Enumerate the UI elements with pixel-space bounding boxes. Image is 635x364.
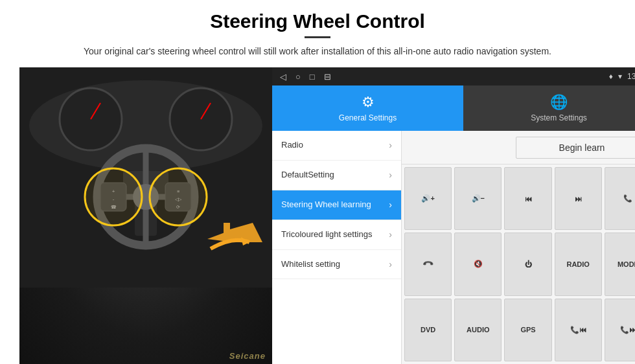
menu-item-steering-wheel[interactable]: Steering Wheel learning › — [272, 190, 401, 220]
chevron-right-icon-tricoloured: › — [389, 229, 392, 240]
menu-icon: ⊟ — [324, 72, 331, 82]
next-track-button[interactable]: ⏭ — [555, 167, 602, 230]
tab-bar: ⚙ General Settings 🌐 System Settings — [272, 85, 635, 131]
vol-up-button[interactable]: 🔊+ — [404, 167, 452, 230]
call-button[interactable]: 📞 — [605, 167, 635, 230]
menu-list: Radio › DefaultSetting › Steering Wheel … — [272, 131, 402, 364]
call-next-button[interactable]: 📞⏭ — [605, 299, 635, 361]
tab-system-settings-label: System Settings — [531, 113, 587, 122]
back-icon: ◁ — [280, 72, 286, 82]
gps-button[interactable]: GPS — [504, 299, 551, 361]
svg-point-21 — [150, 168, 207, 225]
chevron-right-icon-default: › — [389, 170, 392, 180]
mode-label: MODE — [618, 260, 635, 268]
signal-icon: ▾ — [618, 72, 622, 81]
page-title: Steering Wheel Control — [210, 10, 425, 32]
page-subtitle: Your original car's steering wheel contr… — [84, 45, 551, 58]
prev-track-button[interactable]: ⏮ — [504, 167, 551, 230]
btn-row-2: 📞 🔇 ⏻ RADIO MO — [404, 233, 635, 295]
right-panel: Begin learn 🔊+ 🔊− ⏮ — [402, 131, 635, 364]
chevron-right-icon-radio: › — [389, 140, 392, 150]
tab-system-settings[interactable]: 🌐 System Settings — [463, 85, 635, 131]
title-divider — [305, 36, 330, 38]
call-next-icon: 📞⏭ — [620, 326, 635, 334]
general-settings-icon: ⚙ — [362, 94, 375, 111]
power-button[interactable]: ⏻ — [504, 233, 551, 295]
audio-label: AUDIO — [467, 326, 489, 334]
begin-learn-row: Begin learn — [402, 131, 635, 165]
phone-icon: 📞 — [623, 194, 632, 203]
call-prev-button[interactable]: 📞⏮ — [555, 299, 602, 361]
prev-track-icon: ⏮ — [525, 195, 532, 203]
chevron-right-icon-steering: › — [389, 199, 392, 210]
next-track-icon: ⏭ — [575, 195, 582, 203]
dvd-label: DVD — [421, 326, 435, 334]
svg-point-20 — [85, 168, 142, 225]
control-buttons-grid: 🔊+ 🔊− ⏮ ⏭ 📞 — [402, 165, 635, 364]
gps-label: GPS — [520, 326, 535, 334]
status-icons-left: ◁ ○ □ ⊟ — [280, 72, 331, 82]
menu-item-tricoloured[interactable]: Tricoloured light settings › — [272, 220, 401, 250]
settings-list: Radio › DefaultSetting › Steering Wheel … — [272, 131, 635, 364]
status-right: ♦ ▾ 13:13 — [609, 72, 635, 81]
tab-general-settings-label: General Settings — [339, 113, 397, 122]
tab-general-settings[interactable]: ⚙ General Settings — [272, 85, 463, 131]
vol-down-button[interactable]: 🔊− — [454, 167, 502, 230]
vol-down-icon: 🔊− — [472, 194, 485, 203]
system-settings-icon: 🌐 — [550, 94, 568, 111]
content-row: + - ☎ ≡ ◁▷ ⟳ — [19, 67, 616, 364]
call-prev-icon: 📞⏮ — [570, 326, 586, 334]
hang-up-button[interactable]: 📞 — [404, 233, 452, 295]
audio-button[interactable]: AUDIO — [454, 299, 502, 361]
vol-up-icon: 🔊+ — [421, 194, 434, 203]
mute-icon: 🔇 — [474, 260, 483, 268]
chevron-right-icon-whitelist: › — [389, 259, 392, 269]
home-icon: ○ — [295, 72, 301, 82]
radio-label: RADIO — [566, 260, 589, 268]
dvd-button[interactable]: DVD — [404, 299, 452, 361]
btn-row-1: 🔊+ 🔊− ⏮ ⏭ 📞 — [404, 167, 635, 230]
recents-icon: □ — [310, 72, 315, 82]
android-ui: ◁ ○ □ ⊟ ♦ ▾ 13:13 ⚙ General Settings — [272, 67, 635, 364]
watermark: Seicane — [229, 351, 266, 361]
hang-up-icon: 📞 — [422, 258, 434, 270]
car-image-container: + - ☎ ≡ ◁▷ ⟳ — [19, 67, 272, 364]
menu-item-defaultsetting[interactable]: DefaultSetting › — [272, 161, 401, 190]
status-bar: ◁ ○ □ ⊟ ♦ ▾ 13:13 — [272, 67, 635, 85]
mute-button[interactable]: 🔇 — [454, 233, 502, 295]
location-icon: ♦ — [609, 72, 613, 81]
power-icon: ⏻ — [525, 260, 532, 268]
btn-row-3: DVD AUDIO GPS 📞⏮ — [404, 299, 635, 361]
menu-item-radio[interactable]: Radio › — [272, 131, 401, 161]
car-image-bg: + - ☎ ≡ ◁▷ ⟳ — [19, 67, 272, 364]
mode-button[interactable]: MODE — [605, 233, 635, 295]
radio-button[interactable]: RADIO — [555, 233, 602, 295]
clock: 13:13 — [627, 72, 635, 81]
menu-item-whitelist[interactable]: Whitelist setting › — [272, 250, 401, 280]
begin-learn-button[interactable]: Begin learn — [516, 137, 635, 159]
